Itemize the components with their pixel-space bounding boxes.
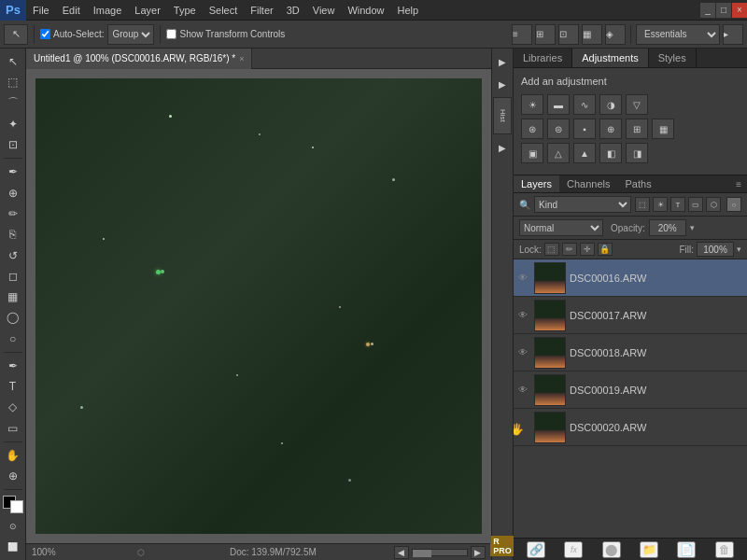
shape-tool[interactable]: ▭ [2,418,24,437]
adj-threshold-icon[interactable]: ▲ [573,143,596,163]
new-group-button[interactable]: 📁 [640,541,658,558]
maximize-button[interactable]: □ [716,3,731,18]
layer-visibility-3[interactable]: 👁 [517,346,530,359]
adj-colorbal-icon[interactable]: ⊜ [547,119,570,139]
filter-smart-icon[interactable]: ⬡ [706,197,721,212]
add-mask-button[interactable]: ⬤ [602,541,621,558]
menu-layer[interactable]: Layer [128,3,167,18]
adj-curves-icon[interactable]: ∿ [573,94,596,115]
menu-type[interactable]: Type [167,3,203,18]
lock-all-button[interactable]: 🔒 [598,243,613,256]
link-layers-button[interactable]: 🔗 [527,541,545,558]
toolbar-icon-5[interactable]: ◈ [605,24,626,45]
toolbar-search[interactable]: ▸ [723,24,743,45]
gradient-tool[interactable]: ▦ [2,287,24,306]
adj-hsl-icon[interactable]: ⊛ [521,119,543,139]
new-layer-button[interactable]: 📄 [677,541,696,558]
toolbar-icon-3[interactable]: ⊡ [558,24,579,45]
adj-lookup-icon[interactable]: ▦ [652,119,674,139]
fx-button[interactable]: fx [564,541,583,558]
eyedropper-tool[interactable]: ✒ [2,162,24,181]
sidebar-icon-1[interactable]: ▶ [493,52,512,71]
tab-close-button[interactable]: × [239,54,244,63]
menu-image[interactable]: Image [87,3,129,18]
adj-levels-icon[interactable]: ▬ [547,94,570,115]
layer-row[interactable]: 🖐 DSC00020.ARW [514,409,747,446]
layer-visibility-4[interactable]: 👁 [517,384,530,397]
layers-tab-paths[interactable]: Paths [618,175,659,192]
blur-tool[interactable]: ◯ [2,308,24,327]
tab-adjustments[interactable]: Adjustments [572,49,649,67]
adj-mixer-icon[interactable]: ⊞ [626,119,648,139]
layer-row[interactable]: 👁 DSC00019.ARW [514,371,747,409]
blend-mode-select[interactable]: Normal Multiply Screen [519,219,603,236]
history-tool[interactable]: ↺ [2,245,24,264]
adj-poster-icon[interactable]: △ [547,143,570,163]
toolbar-icon-1[interactable]: ≡ [512,24,532,45]
quick-mask-tool[interactable]: ⊙ [2,517,24,536]
zoom-tool[interactable]: ⊕ [2,467,24,485]
auto-select-checkbox[interactable] [40,29,50,39]
layer-visibility-5[interactable]: 🖐 [517,421,530,434]
type-tool[interactable]: T [2,377,24,396]
opacity-input[interactable] [649,219,686,236]
lock-position-button[interactable]: ✛ [580,243,595,256]
scroll-bar[interactable] [412,549,468,556]
menu-filter[interactable]: Filter [244,3,279,18]
filter-kind-select[interactable]: Kind Name Effect [534,196,631,213]
menu-view[interactable]: View [306,3,342,18]
menu-file[interactable]: File [26,3,56,18]
path-tool[interactable]: ◇ [2,398,24,416]
next-frame-button[interactable]: ▶ [471,546,486,559]
screen-mode-tool[interactable]: ⬜ [2,538,24,556]
color-swatches[interactable] [3,496,23,513]
adj-exposure-icon[interactable]: ◑ [599,94,622,115]
fill-input[interactable] [697,242,734,257]
lock-pixels-button[interactable]: ✏ [562,243,577,256]
filter-shape-icon[interactable]: ▭ [688,197,703,212]
eraser-tool[interactable]: ◻ [2,267,24,286]
tab-styles[interactable]: Styles [649,49,697,67]
move-tool-button[interactable]: ↖ [4,24,28,45]
tab-libraries[interactable]: Libraries [514,49,572,67]
toolbar-icon-2[interactable]: ⊞ [535,24,556,45]
layer-visibility-1[interactable]: 👁 [517,272,530,285]
menu-window[interactable]: Window [341,3,390,18]
brush-tool[interactable]: ✏ [2,204,24,223]
sidebar-icon-2[interactable]: ▶ [493,75,512,93]
document-tab[interactable]: Untitled1 @ 100% (DSC00016.ARW, RGB/16*)… [26,49,252,69]
adj-photo-icon[interactable]: ⊕ [599,119,622,139]
group-select[interactable]: Group Layer [107,24,154,45]
close-button[interactable]: × [732,3,747,18]
layer-visibility-2[interactable]: 👁 [517,309,530,322]
lasso-tool[interactable]: ⌒ [2,94,24,113]
layers-tab-layers[interactable]: Layers [514,175,559,192]
transform-checkbox[interactable] [166,29,176,39]
toolbar-icon-4[interactable]: ▦ [582,24,602,45]
adj-vibrance-icon[interactable]: ▽ [626,94,648,115]
filter-toggle[interactable]: ○ [726,197,741,212]
layer-row[interactable]: 👁 DSC00018.ARW [514,334,747,371]
hand-tool[interactable]: ✋ [2,446,24,465]
menu-select[interactable]: Select [203,3,245,18]
opacity-arrow[interactable]: ▾ [690,223,695,232]
layer-row[interactable]: 👁 DSC00016.ARW [514,259,747,297]
sidebar-icon-3[interactable]: ▶ [493,138,512,157]
filter-type-icon[interactable]: T [670,197,685,212]
minimize-button[interactable]: _ [700,3,715,18]
workspace-select[interactable]: Essentials [636,24,720,45]
adj-bw-icon[interactable]: ▪ [573,119,596,139]
lock-transparent-button[interactable]: ⬚ [544,243,559,256]
pen-tool[interactable]: ✒ [2,357,24,375]
canvas-wrapper[interactable] [26,69,491,543]
delete-layer-button[interactable]: 🗑 [715,541,734,558]
sidebar-history[interactable]: Hist [493,97,512,134]
fill-arrow[interactable]: ▾ [737,245,741,254]
filter-pixel-icon[interactable]: ⬚ [635,197,650,212]
menu-3d[interactable]: 3D [280,3,306,18]
adj-selective-icon[interactable]: ◨ [626,143,648,163]
crop-tool[interactable]: ⊡ [2,135,24,154]
dodge-tool[interactable]: ○ [2,329,24,348]
wand-tool[interactable]: ✦ [2,115,24,133]
healing-tool[interactable]: ⊕ [2,184,24,203]
